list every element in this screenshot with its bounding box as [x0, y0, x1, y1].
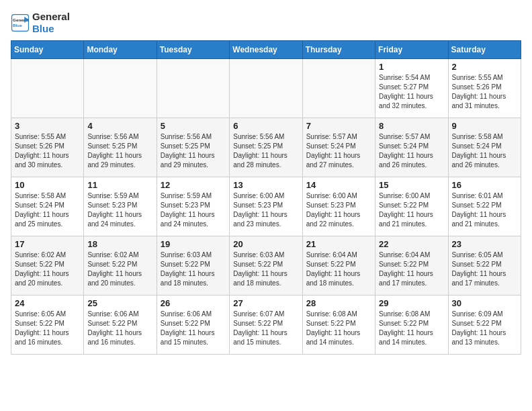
calendar-cell: 8Sunrise: 5:57 AM Sunset: 5:24 PM Daylig… — [375, 118, 448, 177]
day-info: Sunrise: 5:58 AM Sunset: 5:24 PM Dayligh… — [452, 132, 517, 170]
page-header: General Blue General Blue — [11, 11, 521, 35]
day-info: Sunrise: 5:57 AM Sunset: 5:24 PM Dayligh… — [379, 132, 444, 170]
day-info: Sunrise: 6:06 AM Sunset: 5:22 PM Dayligh… — [87, 310, 152, 347]
day-info: Sunrise: 6:08 AM Sunset: 5:22 PM Dayligh… — [306, 310, 371, 347]
svg-text:Blue: Blue — [13, 23, 22, 28]
calendar-cell: 30Sunrise: 6:09 AM Sunset: 5:22 PM Dayli… — [448, 295, 521, 355]
calendar-cell: 13Sunrise: 6:00 AM Sunset: 5:23 PM Dayli… — [230, 177, 302, 236]
day-number: 1 — [379, 62, 444, 72]
day-number: 6 — [233, 121, 298, 131]
calendar-cell — [302, 59, 375, 118]
weekday-header-saturday: Saturday — [448, 41, 521, 59]
day-info: Sunrise: 6:06 AM Sunset: 5:22 PM Dayligh… — [161, 310, 226, 347]
weekday-header-sunday: Sunday — [11, 41, 84, 59]
day-info: Sunrise: 6:02 AM Sunset: 5:22 PM Dayligh… — [87, 250, 152, 288]
calendar-cell — [157, 59, 229, 118]
day-number: 21 — [306, 239, 371, 249]
day-number: 27 — [233, 298, 298, 308]
weekday-header-row: SundayMondayTuesdayWednesdayThursdayFrid… — [11, 41, 521, 59]
calendar-week-2: 3Sunrise: 5:55 AM Sunset: 5:26 PM Daylig… — [11, 118, 521, 177]
day-number: 7 — [306, 121, 371, 131]
day-info: Sunrise: 6:00 AM Sunset: 5:22 PM Dayligh… — [379, 191, 444, 229]
day-info: Sunrise: 6:00 AM Sunset: 5:23 PM Dayligh… — [233, 191, 298, 229]
day-number: 3 — [15, 121, 80, 131]
calendar-cell: 11Sunrise: 5:59 AM Sunset: 5:23 PM Dayli… — [84, 177, 157, 236]
weekday-header-friday: Friday — [375, 41, 448, 59]
day-info: Sunrise: 5:55 AM Sunset: 5:26 PM Dayligh… — [15, 132, 80, 170]
calendar-cell: 12Sunrise: 5:59 AM Sunset: 5:23 PM Dayli… — [157, 177, 229, 236]
calendar-cell: 7Sunrise: 5:57 AM Sunset: 5:24 PM Daylig… — [302, 118, 375, 177]
calendar-cell: 28Sunrise: 6:08 AM Sunset: 5:22 PM Dayli… — [302, 295, 375, 355]
day-info: Sunrise: 6:02 AM Sunset: 5:22 PM Dayligh… — [15, 250, 80, 288]
day-info: Sunrise: 5:57 AM Sunset: 5:24 PM Dayligh… — [306, 132, 371, 170]
calendar-cell: 29Sunrise: 6:08 AM Sunset: 5:22 PM Dayli… — [375, 295, 448, 355]
calendar-cell: 22Sunrise: 6:04 AM Sunset: 5:22 PM Dayli… — [375, 236, 448, 295]
day-number: 15 — [379, 180, 444, 190]
day-number: 8 — [379, 121, 444, 131]
day-number: 24 — [15, 298, 80, 308]
weekday-header-monday: Monday — [84, 41, 157, 59]
calendar-cell: 25Sunrise: 6:06 AM Sunset: 5:22 PM Dayli… — [84, 295, 157, 355]
day-number: 11 — [87, 180, 152, 190]
calendar-cell: 16Sunrise: 6:01 AM Sunset: 5:22 PM Dayli… — [448, 177, 521, 236]
day-number: 2 — [452, 62, 517, 72]
logo-text: General Blue — [32, 11, 70, 35]
calendar-cell: 21Sunrise: 6:04 AM Sunset: 5:22 PM Dayli… — [302, 236, 375, 295]
day-info: Sunrise: 5:54 AM Sunset: 5:27 PM Dayligh… — [379, 73, 444, 111]
calendar-cell: 23Sunrise: 6:05 AM Sunset: 5:22 PM Dayli… — [448, 236, 521, 295]
calendar-cell: 24Sunrise: 6:05 AM Sunset: 5:22 PM Dayli… — [11, 295, 84, 355]
weekday-header-tuesday: Tuesday — [157, 41, 229, 59]
calendar-cell: 20Sunrise: 6:03 AM Sunset: 5:22 PM Dayli… — [230, 236, 302, 295]
day-info: Sunrise: 5:58 AM Sunset: 5:24 PM Dayligh… — [15, 191, 80, 229]
day-info: Sunrise: 5:59 AM Sunset: 5:23 PM Dayligh… — [161, 191, 226, 229]
day-info: Sunrise: 6:01 AM Sunset: 5:22 PM Dayligh… — [452, 191, 517, 229]
calendar-cell: 5Sunrise: 5:56 AM Sunset: 5:25 PM Daylig… — [157, 118, 229, 177]
calendar-cell — [11, 59, 84, 118]
calendar-week-1: 1Sunrise: 5:54 AM Sunset: 5:27 PM Daylig… — [11, 59, 521, 118]
calendar-table: SundayMondayTuesdayWednesdayThursdayFrid… — [11, 40, 521, 355]
day-number: 17 — [15, 239, 80, 249]
day-number: 20 — [233, 239, 298, 249]
day-number: 9 — [452, 121, 517, 131]
day-info: Sunrise: 6:04 AM Sunset: 5:22 PM Dayligh… — [306, 250, 371, 288]
logo-icon: General Blue — [11, 13, 30, 32]
calendar-week-5: 24Sunrise: 6:05 AM Sunset: 5:22 PM Dayli… — [11, 295, 521, 355]
day-info: Sunrise: 6:07 AM Sunset: 5:22 PM Dayligh… — [233, 310, 298, 347]
day-info: Sunrise: 6:03 AM Sunset: 5:22 PM Dayligh… — [233, 250, 298, 288]
day-number: 30 — [452, 298, 517, 308]
day-number: 26 — [161, 298, 226, 308]
calendar-cell: 26Sunrise: 6:06 AM Sunset: 5:22 PM Dayli… — [157, 295, 229, 355]
day-number: 22 — [379, 239, 444, 249]
day-info: Sunrise: 6:03 AM Sunset: 5:22 PM Dayligh… — [161, 250, 226, 288]
calendar-cell: 27Sunrise: 6:07 AM Sunset: 5:22 PM Dayli… — [230, 295, 302, 355]
day-info: Sunrise: 6:08 AM Sunset: 5:22 PM Dayligh… — [379, 310, 444, 347]
calendar-cell: 10Sunrise: 5:58 AM Sunset: 5:24 PM Dayli… — [11, 177, 84, 236]
calendar-cell: 1Sunrise: 5:54 AM Sunset: 5:27 PM Daylig… — [375, 59, 448, 118]
calendar-cell: 19Sunrise: 6:03 AM Sunset: 5:22 PM Dayli… — [157, 236, 229, 295]
day-number: 14 — [306, 180, 371, 190]
day-number: 23 — [452, 239, 517, 249]
day-info: Sunrise: 5:56 AM Sunset: 5:25 PM Dayligh… — [87, 132, 152, 170]
day-info: Sunrise: 6:04 AM Sunset: 5:22 PM Dayligh… — [379, 250, 444, 288]
calendar-cell: 9Sunrise: 5:58 AM Sunset: 5:24 PM Daylig… — [448, 118, 521, 177]
day-info: Sunrise: 5:56 AM Sunset: 5:25 PM Dayligh… — [161, 132, 226, 170]
calendar-cell: 17Sunrise: 6:02 AM Sunset: 5:22 PM Dayli… — [11, 236, 84, 295]
day-info: Sunrise: 5:56 AM Sunset: 5:25 PM Dayligh… — [233, 132, 298, 170]
day-number: 12 — [161, 180, 226, 190]
calendar-cell — [84, 59, 157, 118]
day-info: Sunrise: 6:05 AM Sunset: 5:22 PM Dayligh… — [452, 250, 517, 288]
calendar-cell — [230, 59, 302, 118]
day-number: 18 — [87, 239, 152, 249]
day-info: Sunrise: 6:05 AM Sunset: 5:22 PM Dayligh… — [15, 310, 80, 347]
calendar-cell: 6Sunrise: 5:56 AM Sunset: 5:25 PM Daylig… — [230, 118, 302, 177]
calendar-cell: 2Sunrise: 5:55 AM Sunset: 5:26 PM Daylig… — [448, 59, 521, 118]
calendar-cell: 4Sunrise: 5:56 AM Sunset: 5:25 PM Daylig… — [84, 118, 157, 177]
calendar-cell: 15Sunrise: 6:00 AM Sunset: 5:22 PM Dayli… — [375, 177, 448, 236]
day-number: 25 — [87, 298, 152, 308]
day-number: 4 — [87, 121, 152, 131]
calendar-cell: 14Sunrise: 6:00 AM Sunset: 5:23 PM Dayli… — [302, 177, 375, 236]
calendar-cell: 3Sunrise: 5:55 AM Sunset: 5:26 PM Daylig… — [11, 118, 84, 177]
weekday-header-thursday: Thursday — [302, 41, 375, 59]
day-number: 13 — [233, 180, 298, 190]
day-number: 28 — [306, 298, 371, 308]
